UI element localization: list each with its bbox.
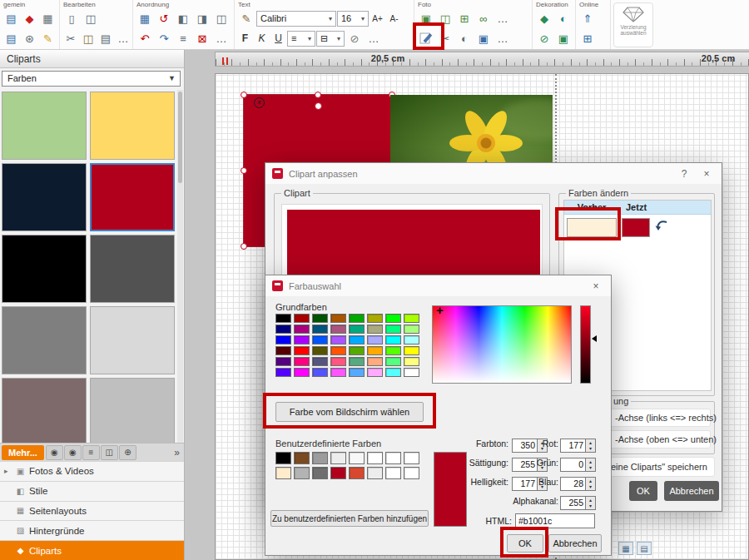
red-spinner[interactable]: 177 — [560, 439, 596, 453]
basic-color-swatch[interactable] — [294, 368, 310, 377]
basic-color-swatch[interactable] — [312, 325, 328, 334]
basic-color-swatch[interactable] — [330, 314, 346, 323]
resize-handle[interactable] — [241, 243, 247, 250]
decor-shape-icon[interactable]: ⊘ — [535, 29, 553, 47]
brightness-slider-marker[interactable] — [592, 335, 597, 342]
web-gallery-icon[interactable]: ⊞ — [578, 29, 597, 47]
sidebar-item-seitenlayouts[interactable]: ▦ Seitenlayouts — [0, 501, 184, 521]
basic-color-swatch[interactable] — [349, 368, 365, 377]
custom-color-swatch[interactable] — [294, 452, 310, 464]
basic-color-swatch[interactable] — [312, 368, 328, 377]
italic-button[interactable]: K — [254, 31, 270, 47]
shared-cliparts-icon[interactable]: ◉ — [64, 445, 82, 460]
basic-color-swatch[interactable] — [275, 314, 291, 323]
brightness-slider[interactable] — [580, 305, 591, 384]
clipart-color-swatch[interactable] — [2, 306, 87, 374]
page-spread-icon[interactable]: ▤ — [637, 542, 652, 555]
dialog-cancel-button[interactable]: Abbrechen — [664, 481, 719, 501]
basic-color-swatch[interactable] — [385, 325, 401, 334]
sidebar-item-fotos-videos[interactable]: ▸ ▣ Fotos & Videos — [0, 461, 184, 481]
align-select[interactable]: ≡▾ — [287, 31, 315, 47]
page-thumbnails-icon[interactable]: ▦ — [618, 542, 633, 555]
basic-color-swatch[interactable] — [312, 335, 328, 344]
basic-color-swatch[interactable] — [275, 335, 291, 344]
grid-icon[interactable]: ▦ — [136, 9, 154, 27]
basic-color-swatch[interactable] — [330, 325, 346, 334]
custom-color-swatch[interactable] — [275, 467, 291, 479]
clipart-category-select[interactable]: Farben ▼ — [2, 71, 181, 87]
basic-color-swatch[interactable] — [275, 368, 291, 377]
custom-color-swatch[interactable] — [385, 452, 401, 464]
pages-icon[interactable]: ▤ — [2, 29, 20, 47]
font-shrink-button[interactable]: A- — [386, 11, 402, 27]
basic-color-swatch[interactable] — [312, 357, 328, 366]
cancel-button[interactable]: Abbrechen — [548, 534, 602, 553]
more-arrange-icon[interactable]: … — [212, 29, 231, 47]
basic-color-swatch[interactable] — [275, 357, 291, 366]
crop-icon[interactable]: ✂ — [436, 29, 454, 47]
upload-icon[interactable]: ⇑ — [578, 9, 597, 27]
font-family-select[interactable]: Calibri▾ — [256, 11, 336, 27]
sidebar-scrollbar[interactable] — [177, 90, 183, 443]
decor-mask-icon[interactable]: ◐ — [554, 9, 573, 27]
scrollbar-thumb[interactable] — [178, 92, 182, 183]
red-value[interactable]: 177 — [560, 439, 586, 453]
bold-button[interactable]: F — [237, 31, 253, 47]
settings-icon[interactable]: ⊛ — [21, 29, 38, 47]
custom-color-swatch[interactable] — [275, 452, 291, 464]
group-icon[interactable]: ◫ — [212, 9, 231, 27]
more-photo2-icon[interactable]: … — [494, 29, 512, 47]
custom-color-swatch[interactable] — [330, 467, 346, 479]
custom-color-swatch[interactable] — [349, 452, 365, 464]
font-size-select[interactable]: 16▾ — [337, 11, 369, 27]
basic-color-swatch[interactable] — [330, 346, 346, 355]
basic-color-swatch[interactable] — [294, 335, 310, 344]
basic-color-swatch[interactable] — [385, 314, 401, 323]
photo-icon[interactable]: ▣ — [417, 9, 435, 27]
before-color-swatch[interactable] — [567, 218, 617, 237]
font-grow-button[interactable]: A+ — [370, 11, 385, 27]
spinner-arrows[interactable] — [586, 458, 596, 472]
custom-color-swatch[interactable] — [404, 467, 419, 479]
delete-clipart-icon[interactable] — [254, 97, 265, 108]
trash-icon[interactable]: ▯ — [62, 9, 81, 27]
basic-color-swatch[interactable] — [367, 357, 383, 366]
close-icon[interactable]: × — [588, 280, 604, 292]
clipart-color-swatch[interactable] — [2, 378, 87, 443]
clipart-color-swatch[interactable] — [2, 163, 87, 231]
resize-handle[interactable] — [315, 92, 321, 98]
decor-frame-icon[interactable]: ▣ — [554, 29, 573, 47]
blue-spinner[interactable]: 28 — [560, 477, 596, 491]
online-cliparts-icon[interactable]: ⊕ — [119, 445, 136, 460]
clipart-color-swatch[interactable] — [90, 92, 175, 160]
basic-color-swatch[interactable] — [385, 335, 401, 344]
basic-color-swatch[interactable] — [404, 357, 419, 366]
redo-icon[interactable]: ↷ — [155, 29, 173, 47]
custom-color-swatch[interactable] — [330, 452, 346, 464]
basic-color-swatch[interactable] — [349, 325, 365, 334]
custom-color-swatch[interactable] — [367, 452, 383, 464]
basic-color-swatch[interactable] — [312, 314, 328, 323]
basic-color-swatch[interactable] — [385, 368, 401, 377]
decoration-picker-card[interactable]: Verzierung auswählen — [613, 2, 653, 47]
basic-color-swatch[interactable] — [367, 346, 383, 355]
reset-color-icon[interactable] — [654, 220, 669, 233]
basic-color-swatch[interactable] — [404, 325, 419, 334]
clear-format-icon[interactable]: ⊘ — [345, 29, 364, 47]
close-icon[interactable]: × — [698, 168, 715, 180]
text-edit-icon[interactable]: ✎ — [237, 9, 255, 27]
add-custom-color-button[interactable]: Zu benutzerdefinierten Farben hinzufügen — [270, 510, 429, 527]
green-spinner[interactable]: 0 — [560, 458, 596, 472]
layer-back-icon[interactable]: ◨ — [193, 9, 211, 27]
basic-color-swatch[interactable] — [349, 314, 365, 323]
spinner-arrows[interactable] — [586, 496, 596, 510]
resize-handle[interactable] — [241, 92, 247, 98]
basic-color-swatch[interactable] — [294, 357, 310, 366]
copy-icon[interactable]: ◫ — [80, 29, 97, 47]
spinner-arrows[interactable] — [586, 477, 596, 491]
photo-frame-icon[interactable]: ▣ — [474, 29, 493, 47]
basic-color-swatch[interactable] — [294, 325, 310, 334]
my-cliparts-icon[interactable]: ◉ — [46, 445, 63, 460]
custom-color-swatch[interactable] — [385, 467, 401, 479]
alpha-spinner[interactable]: 255 — [560, 496, 596, 510]
